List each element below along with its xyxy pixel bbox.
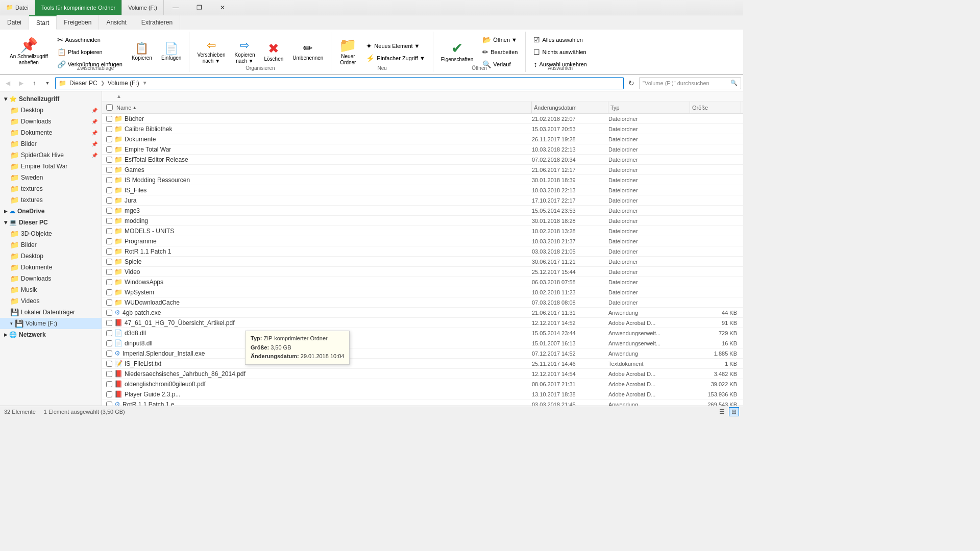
row-checkbox-14[interactable] xyxy=(106,259,112,265)
row-checkbox-7[interactable] xyxy=(106,187,112,193)
list-item[interactable]: 📁 Dokumente 26.11.2017 19:28 Dateiordner xyxy=(102,134,743,144)
row-checkbox-23[interactable] xyxy=(106,350,112,357)
column-header-date[interactable]: Änderungsdatum xyxy=(532,102,608,113)
row-checkbox-2[interactable] xyxy=(106,136,112,142)
path-dieser-pc[interactable]: Dieser PC xyxy=(68,80,99,87)
path-volume[interactable]: Volume (F:) xyxy=(107,80,140,87)
row-checkbox-26[interactable] xyxy=(106,381,112,387)
edit-button[interactable]: ✏Bearbeiten xyxy=(479,46,521,58)
list-item[interactable]: 📁 Programme 10.03.2018 21:37 Dateiordner xyxy=(102,236,743,246)
list-item[interactable]: 📁 Video 25.12.2017 15:44 Dateiordner xyxy=(102,267,743,277)
title-tab-datei[interactable]: 📁 Datei xyxy=(0,0,35,15)
refresh-button[interactable]: ↻ xyxy=(626,78,637,89)
sidebar-item-empire[interactable]: 📁 Empire Total War xyxy=(0,161,102,172)
list-item[interactable]: 📁 IS Modding Ressourcen 30.01.2018 18:39… xyxy=(102,175,743,185)
copy-to-button[interactable]: ⇨ Kopierennach ▼ xyxy=(231,37,258,67)
list-item[interactable]: 📕 oldenglishchroni00gileuoft.pdf 08.06.2… xyxy=(102,379,743,389)
list-item[interactable]: 📁 mge3 15.05.2014 23:53 Dateiordner xyxy=(102,206,743,216)
list-item[interactable]: ⚙ RotR 1.1 Patch 1.e... 03.03.2018 21:45… xyxy=(102,399,743,406)
recent-locations-button[interactable]: ▼ xyxy=(42,78,53,89)
list-item[interactable]: 📁 Jura 17.10.2017 22:17 Dateiordner xyxy=(102,195,743,206)
new-folder-button[interactable]: 📁 NeuerOrdner xyxy=(335,36,360,68)
list-item[interactable]: 📁 Spiele 30.06.2017 11:21 Dateiordner xyxy=(102,257,743,267)
row-checkbox-19[interactable] xyxy=(106,310,112,316)
row-checkbox-10[interactable] xyxy=(106,218,112,224)
copy-path-button[interactable]: 📋Pfad kopieren xyxy=(54,46,126,58)
row-checkbox-21[interactable] xyxy=(106,330,112,336)
new-item-button[interactable]: ✦Neues Element ▼ xyxy=(362,40,428,52)
ribbon-tab-extrahieren[interactable]: Extrahieren xyxy=(134,15,180,30)
sidebar-item-desktop-pc[interactable]: 📁 Desktop xyxy=(0,251,102,262)
minimize-button[interactable]: — xyxy=(164,0,187,15)
sidebar-item-dokumente-quick[interactable]: 📁 Dokumente 📌 xyxy=(0,127,102,138)
ribbon-tab-ansicht[interactable]: Ansicht xyxy=(99,15,134,30)
sidebar-section-onedrive[interactable]: ▸ ☁ OneDrive xyxy=(0,206,102,217)
list-item[interactable]: 📁 RotR 1.1 Patch 1 03.03.2018 21:05 Date… xyxy=(102,246,743,257)
row-checkbox-28[interactable] xyxy=(106,402,112,406)
list-item[interactable]: 📁 IS_Files 10.03.2018 22:13 Dateiordner xyxy=(102,185,743,195)
sidebar-item-desktop[interactable]: 📁 Desktop 📌 xyxy=(0,105,102,116)
row-checkbox-25[interactable] xyxy=(106,371,112,377)
rename-button[interactable]: ✏ Umbenennen xyxy=(289,40,327,64)
row-checkbox-11[interactable] xyxy=(106,228,112,234)
row-checkbox-1[interactable] xyxy=(106,126,112,132)
properties-button[interactable]: ✔ Eigenschaften xyxy=(437,39,477,65)
list-item[interactable]: 📄 d3d8.dll 15.05.2014 23:44 Anwendungser… xyxy=(102,328,743,338)
back-button[interactable]: ◀ xyxy=(2,78,13,89)
paste-button[interactable]: 📄 Einfügen xyxy=(158,40,185,64)
row-checkbox-22[interactable] xyxy=(106,340,112,346)
sidebar-item-downloads-pc[interactable]: 📁 Downloads xyxy=(0,273,102,284)
row-checkbox-3[interactable] xyxy=(106,146,112,153)
sidebar-item-videos[interactable]: 📁 Videos xyxy=(0,295,102,307)
sidebar-item-sweden[interactable]: 📁 Sweden xyxy=(0,172,102,183)
sidebar-item-musik[interactable]: 📁 Musik xyxy=(0,284,102,295)
details-view-button[interactable]: ☰ xyxy=(717,407,727,416)
list-item[interactable]: ⚙ Imperial.Splendour_Install.exe 07.12.2… xyxy=(102,348,743,359)
cut-button[interactable]: ✂Ausschneiden xyxy=(54,34,126,45)
list-view-button[interactable]: ⊞ xyxy=(729,407,739,416)
column-header-name[interactable]: Name ▲ xyxy=(114,102,532,113)
sidebar-item-spideroak[interactable]: 📁 SpiderOak Hive 📌 xyxy=(0,149,102,161)
sidebar-item-bilder-pc[interactable]: 📁 Bilder xyxy=(0,239,102,251)
address-path[interactable]: 📁 Dieser PC ❯ Volume (F:) ▼ xyxy=(55,77,624,89)
sidebar-item-bilder-quick[interactable]: 📁 Bilder 📌 xyxy=(0,138,102,149)
row-checkbox-17[interactable] xyxy=(106,289,112,295)
list-item[interactable]: 📁 Calibre Bibliothek 15.03.2017 20:53 Da… xyxy=(102,124,743,134)
sidebar-item-dokumente-pc[interactable]: 📁 Dokumente xyxy=(0,262,102,273)
title-tab-volume[interactable]: Volume (F:) xyxy=(122,0,164,15)
row-checkbox-8[interactable] xyxy=(106,197,112,204)
column-header-size[interactable]: Größe xyxy=(690,102,741,113)
list-item[interactable]: 📄 dinput8.dll 15.01.2007 16:13 Anwendung… xyxy=(102,338,743,348)
row-checkbox-15[interactable] xyxy=(106,269,112,275)
select-all-checkbox[interactable] xyxy=(106,104,113,111)
ribbon-tab-datei[interactable]: Datei xyxy=(0,15,29,30)
row-checkbox-18[interactable] xyxy=(106,299,112,306)
list-item[interactable]: 📕 Player Guide 2.3.p... 13.10.2017 18:38… xyxy=(102,389,743,399)
move-to-button[interactable]: ⇦ Verschiebennach ▼ xyxy=(193,37,229,67)
row-checkbox-16[interactable] xyxy=(106,279,112,285)
row-checkbox-13[interactable] xyxy=(106,248,112,255)
list-item[interactable]: 📁 EsfTotal Editor Release 07.02.2018 20:… xyxy=(102,155,743,165)
sidebar-section-this-pc[interactable]: ▾ 💻 Dieser PC xyxy=(0,217,102,228)
list-item[interactable]: 📁 WpSystem 10.02.2018 11:23 Dateiordner xyxy=(102,287,743,297)
sidebar-item-local-disk[interactable]: 💾 Lokaler Datenträger xyxy=(0,307,102,318)
up-button[interactable]: ↑ xyxy=(29,78,40,89)
sidebar-section-network[interactable]: ▸ 🌐 Netzwerk xyxy=(0,329,102,340)
forward-button[interactable]: ▶ xyxy=(15,78,27,89)
list-item[interactable]: 📁 WindowsApps 06.03.2018 07:58 Dateiordn… xyxy=(102,277,743,287)
list-item[interactable]: ⚙ 4gb patch.exe 21.06.2017 11:31 Anwendu… xyxy=(102,308,743,318)
title-tab-tools[interactable]: Tools für komprimierte Ordner xyxy=(35,0,122,15)
list-item[interactable]: 📕 Niedersaechsisches_Jahrbuch_86_2014.pd… xyxy=(102,369,743,379)
row-checkbox-9[interactable] xyxy=(106,208,112,214)
list-item[interactable]: 📕 47_61_01_HG_70_Übersicht_Artikel.pdf 1… xyxy=(102,318,743,328)
easy-access-button[interactable]: ⚡Einfacher Zugriff ▼ xyxy=(362,53,428,64)
open-button[interactable]: 📂Öffnen ▼ xyxy=(479,34,521,45)
row-checkbox-20[interactable] xyxy=(106,320,112,326)
column-header-type[interactable]: Typ xyxy=(608,102,690,113)
row-checkbox-6[interactable] xyxy=(106,177,112,183)
sidebar-item-volume[interactable]: ▾ 💾 Volume (F:) xyxy=(0,318,102,329)
search-box[interactable]: "Volume (F:)" durchsuchen 🔍 xyxy=(639,77,741,89)
pin-to-quickaccess-button[interactable]: 📌 An Schnellzugriffanheften xyxy=(6,36,52,68)
row-checkbox-27[interactable] xyxy=(106,391,112,397)
delete-button[interactable]: ✖ Löschen xyxy=(261,39,287,65)
